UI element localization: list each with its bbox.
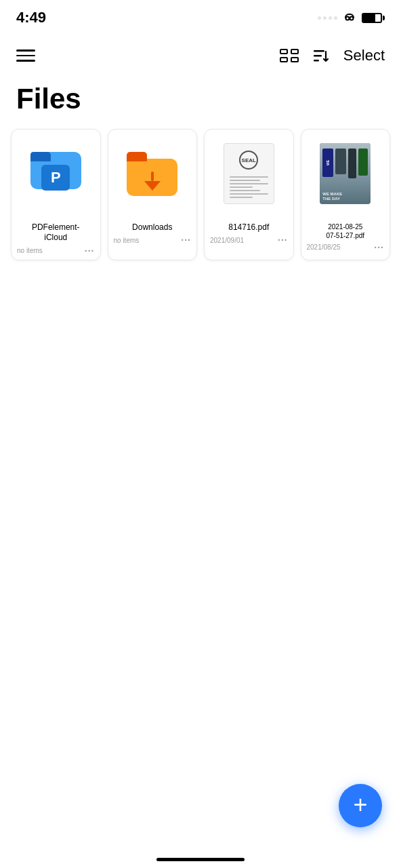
app-header: Select bbox=[0, 34, 401, 77]
file-info-downloads: Downloads no items ··· bbox=[108, 218, 197, 250]
header-actions: Select bbox=[280, 46, 385, 65]
file-card-2021-08-25[interactable]: WE WE MAKETHE DAY 2021-08-2507-51-27.pdf… bbox=[301, 129, 391, 260]
view-toggle-button[interactable] bbox=[280, 47, 300, 64]
file-date-downloads: no items bbox=[114, 237, 140, 244]
status-time: 4:49 bbox=[16, 9, 46, 26]
page-title: Files bbox=[16, 83, 385, 115]
photo-thumbnail-2021-08-25: WE WE MAKETHE DAY bbox=[320, 143, 371, 204]
file-card-pdfelement-icloud[interactable]: P PDFelement-iCloud no items ··· bbox=[11, 129, 101, 260]
file-name-814716: 814716.pdf bbox=[210, 222, 288, 233]
pdf-thumbnail-814716: SEAL bbox=[224, 143, 274, 204]
file-info-pdfelement-icloud: PDFelement-iCloud no items ··· bbox=[12, 218, 100, 260]
file-meta-downloads: no items ··· bbox=[114, 235, 192, 245]
svg-rect-4 bbox=[314, 60, 319, 62]
file-name-2021-08-25: 2021-08-2507-51-27.pdf bbox=[307, 222, 385, 240]
home-indicator bbox=[156, 858, 245, 861]
svg-point-1 bbox=[350, 17, 354, 20]
pdfelement-logo: P bbox=[41, 165, 70, 191]
file-thumbnail-downloads bbox=[108, 130, 197, 218]
file-thumbnail-814716: SEAL bbox=[205, 130, 293, 218]
svg-point-0 bbox=[346, 17, 350, 20]
menu-line-3 bbox=[16, 60, 35, 62]
file-date-814716: 2021/09/01 bbox=[210, 237, 244, 244]
menu-button[interactable] bbox=[16, 50, 35, 62]
file-info-814716: 814716.pdf 2021/09/01 ··· bbox=[205, 218, 293, 250]
folder-blue-icon: P bbox=[30, 152, 81, 196]
select-button[interactable]: Select bbox=[343, 47, 385, 64]
file-card-814716[interactable]: SEAL 814716.pdf 2021/09/01 ··· bbox=[204, 129, 294, 260]
file-meta-2021-08-25: 2021/08/25 ··· bbox=[307, 243, 385, 252]
battery-icon bbox=[362, 13, 385, 23]
file-name-downloads: Downloads bbox=[114, 222, 192, 233]
file-name-pdfelement-icloud: PDFelement-iCloud bbox=[17, 222, 95, 243]
sort-button[interactable] bbox=[312, 46, 331, 65]
svg-rect-2 bbox=[314, 50, 324, 52]
file-card-downloads[interactable]: Downloads no items ··· bbox=[108, 129, 198, 260]
add-file-button[interactable]: + bbox=[339, 784, 382, 827]
svg-rect-3 bbox=[314, 55, 322, 57]
photo-overlay-text: WE MAKETHE DAY bbox=[322, 192, 342, 201]
status-icons bbox=[318, 12, 385, 23]
file-meta-pdfelement-icloud: no items ··· bbox=[17, 246, 95, 256]
file-meta-814716: 2021/09/01 ··· bbox=[210, 235, 288, 245]
menu-line-2 bbox=[16, 55, 35, 57]
file-date-pdfelement-icloud: no items bbox=[17, 247, 43, 254]
menu-line-1 bbox=[16, 50, 35, 52]
status-bar: 4:49 bbox=[0, 0, 401, 34]
add-icon: + bbox=[353, 793, 367, 817]
wifi-icon bbox=[341, 12, 358, 23]
more-menu-814716[interactable]: ··· bbox=[278, 235, 288, 245]
folder-orange-icon bbox=[127, 152, 177, 196]
pdf-content-lines bbox=[227, 172, 271, 201]
file-date-2021-08-25: 2021/08/25 bbox=[307, 243, 341, 251]
files-grid: P PDFelement-iCloud no items ··· bbox=[0, 129, 401, 260]
more-menu-pdfelement-icloud[interactable]: ··· bbox=[85, 246, 95, 256]
file-info-2021-08-25: 2021-08-2507-51-27.pdf 2021/08/25 ··· bbox=[301, 218, 390, 256]
download-arrow-icon bbox=[144, 172, 161, 191]
file-thumbnail-2021-08-25: WE WE MAKETHE DAY bbox=[301, 130, 390, 218]
more-menu-2021-08-25[interactable]: ··· bbox=[374, 243, 384, 252]
file-thumbnail-pdfelement-icloud: P bbox=[12, 130, 100, 218]
more-menu-downloads[interactable]: ··· bbox=[181, 235, 191, 245]
page-title-section: Files bbox=[0, 77, 401, 129]
pdf-logo: SEAL bbox=[227, 146, 271, 172]
signal-dots-icon bbox=[318, 16, 337, 20]
